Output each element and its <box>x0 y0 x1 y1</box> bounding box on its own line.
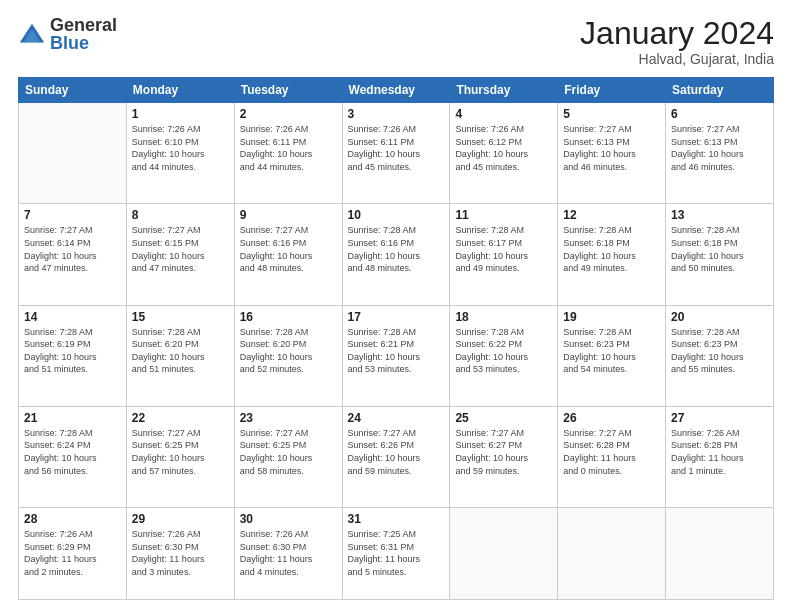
day-info: Sunrise: 7:28 AM Sunset: 6:20 PM Dayligh… <box>132 326 229 376</box>
table-row: 6Sunrise: 7:27 AM Sunset: 6:13 PM Daylig… <box>666 103 774 204</box>
day-info: Sunrise: 7:28 AM Sunset: 6:23 PM Dayligh… <box>563 326 660 376</box>
table-row: 3Sunrise: 7:26 AM Sunset: 6:11 PM Daylig… <box>342 103 450 204</box>
col-saturday: Saturday <box>666 78 774 103</box>
day-info: Sunrise: 7:27 AM Sunset: 6:14 PM Dayligh… <box>24 224 121 274</box>
table-row: 22Sunrise: 7:27 AM Sunset: 6:25 PM Dayli… <box>126 406 234 507</box>
table-row: 17Sunrise: 7:28 AM Sunset: 6:21 PM Dayli… <box>342 305 450 406</box>
day-number: 8 <box>132 208 229 222</box>
day-number: 14 <box>24 310 121 324</box>
table-row: 13Sunrise: 7:28 AM Sunset: 6:18 PM Dayli… <box>666 204 774 305</box>
day-info: Sunrise: 7:28 AM Sunset: 6:18 PM Dayligh… <box>563 224 660 274</box>
day-number: 4 <box>455 107 552 121</box>
day-info: Sunrise: 7:27 AM Sunset: 6:13 PM Dayligh… <box>563 123 660 173</box>
table-row: 12Sunrise: 7:28 AM Sunset: 6:18 PM Dayli… <box>558 204 666 305</box>
day-number: 13 <box>671 208 768 222</box>
col-friday: Friday <box>558 78 666 103</box>
day-info: Sunrise: 7:26 AM Sunset: 6:30 PM Dayligh… <box>240 528 337 578</box>
day-info: Sunrise: 7:28 AM Sunset: 6:20 PM Dayligh… <box>240 326 337 376</box>
day-info: Sunrise: 7:27 AM Sunset: 6:15 PM Dayligh… <box>132 224 229 274</box>
logo-text: General Blue <box>50 16 117 52</box>
day-number: 7 <box>24 208 121 222</box>
day-number: 19 <box>563 310 660 324</box>
day-info: Sunrise: 7:26 AM Sunset: 6:29 PM Dayligh… <box>24 528 121 578</box>
table-row: 30Sunrise: 7:26 AM Sunset: 6:30 PM Dayli… <box>234 507 342 599</box>
table-row <box>19 103 127 204</box>
table-row: 8Sunrise: 7:27 AM Sunset: 6:15 PM Daylig… <box>126 204 234 305</box>
day-info: Sunrise: 7:28 AM Sunset: 6:23 PM Dayligh… <box>671 326 768 376</box>
day-info: Sunrise: 7:27 AM Sunset: 6:16 PM Dayligh… <box>240 224 337 274</box>
day-info: Sunrise: 7:28 AM Sunset: 6:19 PM Dayligh… <box>24 326 121 376</box>
table-row: 25Sunrise: 7:27 AM Sunset: 6:27 PM Dayli… <box>450 406 558 507</box>
day-number: 30 <box>240 512 337 526</box>
day-info: Sunrise: 7:28 AM Sunset: 6:21 PM Dayligh… <box>348 326 445 376</box>
day-number: 5 <box>563 107 660 121</box>
day-info: Sunrise: 7:27 AM Sunset: 6:25 PM Dayligh… <box>132 427 229 477</box>
day-number: 15 <box>132 310 229 324</box>
table-row: 21Sunrise: 7:28 AM Sunset: 6:24 PM Dayli… <box>19 406 127 507</box>
calendar-title: January 2024 <box>580 16 774 51</box>
col-monday: Monday <box>126 78 234 103</box>
header: General Blue January 2024 Halvad, Gujara… <box>18 16 774 67</box>
day-info: Sunrise: 7:27 AM Sunset: 6:25 PM Dayligh… <box>240 427 337 477</box>
table-row: 15Sunrise: 7:28 AM Sunset: 6:20 PM Dayli… <box>126 305 234 406</box>
day-number: 9 <box>240 208 337 222</box>
logo: General Blue <box>18 16 117 52</box>
col-tuesday: Tuesday <box>234 78 342 103</box>
day-info: Sunrise: 7:27 AM Sunset: 6:27 PM Dayligh… <box>455 427 552 477</box>
day-number: 16 <box>240 310 337 324</box>
day-number: 24 <box>348 411 445 425</box>
day-info: Sunrise: 7:28 AM Sunset: 6:16 PM Dayligh… <box>348 224 445 274</box>
table-row: 27Sunrise: 7:26 AM Sunset: 6:28 PM Dayli… <box>666 406 774 507</box>
table-row: 18Sunrise: 7:28 AM Sunset: 6:22 PM Dayli… <box>450 305 558 406</box>
day-info: Sunrise: 7:26 AM Sunset: 6:12 PM Dayligh… <box>455 123 552 173</box>
table-row: 24Sunrise: 7:27 AM Sunset: 6:26 PM Dayli… <box>342 406 450 507</box>
day-number: 22 <box>132 411 229 425</box>
calendar-table: Sunday Monday Tuesday Wednesday Thursday… <box>18 77 774 600</box>
table-row: 16Sunrise: 7:28 AM Sunset: 6:20 PM Dayli… <box>234 305 342 406</box>
day-number: 21 <box>24 411 121 425</box>
table-row: 10Sunrise: 7:28 AM Sunset: 6:16 PM Dayli… <box>342 204 450 305</box>
logo-icon <box>18 20 46 48</box>
day-number: 25 <box>455 411 552 425</box>
day-number: 28 <box>24 512 121 526</box>
day-number: 27 <box>671 411 768 425</box>
table-row: 9Sunrise: 7:27 AM Sunset: 6:16 PM Daylig… <box>234 204 342 305</box>
day-number: 31 <box>348 512 445 526</box>
day-number: 12 <box>563 208 660 222</box>
day-number: 18 <box>455 310 552 324</box>
day-info: Sunrise: 7:27 AM Sunset: 6:28 PM Dayligh… <box>563 427 660 477</box>
calendar-page: General Blue January 2024 Halvad, Gujara… <box>0 0 792 612</box>
table-row <box>450 507 558 599</box>
day-info: Sunrise: 7:28 AM Sunset: 6:24 PM Dayligh… <box>24 427 121 477</box>
day-number: 11 <box>455 208 552 222</box>
table-row: 19Sunrise: 7:28 AM Sunset: 6:23 PM Dayli… <box>558 305 666 406</box>
day-info: Sunrise: 7:26 AM Sunset: 6:11 PM Dayligh… <box>240 123 337 173</box>
day-info: Sunrise: 7:25 AM Sunset: 6:31 PM Dayligh… <box>348 528 445 578</box>
day-info: Sunrise: 7:26 AM Sunset: 6:10 PM Dayligh… <box>132 123 229 173</box>
calendar-subtitle: Halvad, Gujarat, India <box>580 51 774 67</box>
table-row: 28Sunrise: 7:26 AM Sunset: 6:29 PM Dayli… <box>19 507 127 599</box>
day-number: 17 <box>348 310 445 324</box>
table-row: 29Sunrise: 7:26 AM Sunset: 6:30 PM Dayli… <box>126 507 234 599</box>
day-info: Sunrise: 7:28 AM Sunset: 6:22 PM Dayligh… <box>455 326 552 376</box>
day-info: Sunrise: 7:26 AM Sunset: 6:30 PM Dayligh… <box>132 528 229 578</box>
day-number: 20 <box>671 310 768 324</box>
col-wednesday: Wednesday <box>342 78 450 103</box>
table-row: 23Sunrise: 7:27 AM Sunset: 6:25 PM Dayli… <box>234 406 342 507</box>
day-number: 6 <box>671 107 768 121</box>
logo-blue-text: Blue <box>50 34 117 52</box>
table-row: 11Sunrise: 7:28 AM Sunset: 6:17 PM Dayli… <box>450 204 558 305</box>
day-number: 26 <box>563 411 660 425</box>
day-number: 3 <box>348 107 445 121</box>
day-number: 29 <box>132 512 229 526</box>
day-info: Sunrise: 7:26 AM Sunset: 6:11 PM Dayligh… <box>348 123 445 173</box>
col-sunday: Sunday <box>19 78 127 103</box>
table-row: 4Sunrise: 7:26 AM Sunset: 6:12 PM Daylig… <box>450 103 558 204</box>
table-row <box>666 507 774 599</box>
table-row: 14Sunrise: 7:28 AM Sunset: 6:19 PM Dayli… <box>19 305 127 406</box>
day-info: Sunrise: 7:27 AM Sunset: 6:26 PM Dayligh… <box>348 427 445 477</box>
day-number: 10 <box>348 208 445 222</box>
table-row: 7Sunrise: 7:27 AM Sunset: 6:14 PM Daylig… <box>19 204 127 305</box>
table-row: 31Sunrise: 7:25 AM Sunset: 6:31 PM Dayli… <box>342 507 450 599</box>
day-info: Sunrise: 7:28 AM Sunset: 6:18 PM Dayligh… <box>671 224 768 274</box>
